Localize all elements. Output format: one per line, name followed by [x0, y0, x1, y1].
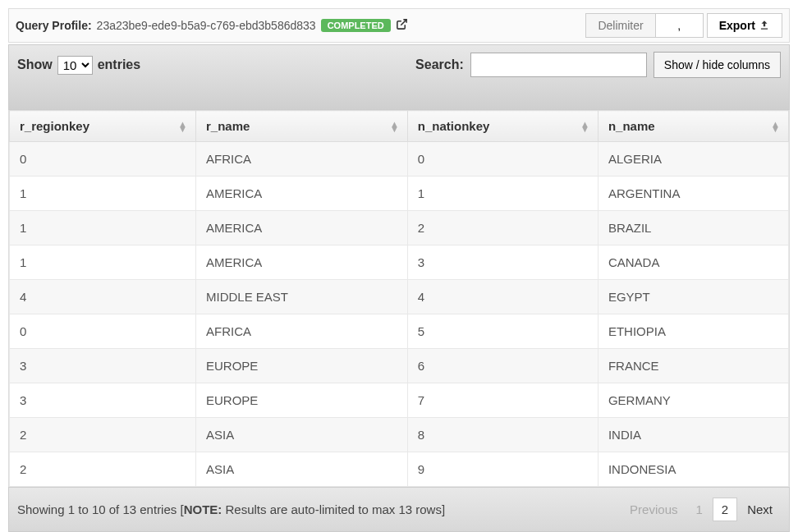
pagination: Previous 1 2 Next	[621, 498, 781, 521]
table-cell: ASIA	[195, 452, 407, 487]
results-table-wrap: r_regionkey▲▼ r_name▲▼ n_nationkey▲▼ n_n…	[8, 110, 790, 487]
table-cell: 1	[10, 177, 196, 211]
table-cell: 0	[407, 142, 598, 177]
delimiter-label: Delimiter	[585, 13, 655, 38]
table-cell: 2	[10, 418, 196, 452]
col-label: n_nationkey	[418, 119, 490, 133]
col-r-name[interactable]: r_name▲▼	[195, 111, 407, 142]
table-header-row: r_regionkey▲▼ r_name▲▼ n_nationkey▲▼ n_n…	[10, 111, 789, 142]
status-badge: COMPLETED	[321, 19, 391, 32]
table-row: 0AFRICA0ALGERIA	[10, 142, 789, 177]
table-cell: ASIA	[195, 418, 407, 452]
table-cell: EGYPT	[598, 280, 788, 314]
table-cell: ETHIOPIA	[598, 314, 788, 349]
table-row: 2ASIA8INDIA	[10, 418, 789, 452]
table-cell: 6	[407, 349, 598, 383]
header-left: Query Profile: 23a23be9-ede9-b5a9-c769-e…	[16, 18, 408, 33]
table-row: 2ASIA9INDONESIA	[10, 452, 789, 487]
table-cell: AMERICA	[195, 245, 407, 280]
search-input[interactable]	[470, 53, 647, 77]
footer-info: Showing 1 to 10 of 13 entries [NOTE: Res…	[17, 502, 445, 516]
col-label: r_regionkey	[20, 119, 89, 133]
info-prefix: Showing 1 to 10 of 13 entries [	[17, 502, 184, 516]
query-profile-id: 23a23be9-ede9-b5a9-c769-ebd3b586d833	[97, 19, 316, 32]
footer-bar: Showing 1 to 10 of 13 entries [NOTE: Res…	[8, 487, 790, 532]
table-cell: 3	[10, 383, 196, 418]
table-cell: AFRICA	[195, 142, 407, 177]
export-icon	[759, 20, 770, 31]
table-cell: CANADA	[598, 245, 788, 280]
show-hide-columns-button[interactable]: Show / hide columns	[654, 52, 781, 78]
table-cell: 2	[407, 211, 598, 245]
table-row: 1AMERICA2BRAZIL	[10, 211, 789, 245]
show-label: Show	[17, 57, 53, 72]
table-cell: AFRICA	[195, 314, 407, 349]
entries-label: entries	[98, 57, 140, 72]
controls-bar: Show 10 entries Search: Show / hide colu…	[8, 44, 790, 110]
table-cell: ARGENTINA	[598, 177, 788, 211]
search-group: Search: Show / hide columns	[415, 52, 781, 78]
external-link-icon[interactable]	[396, 18, 408, 33]
table-row: 3EUROPE6FRANCE	[10, 349, 789, 383]
table-cell: 3	[407, 245, 598, 280]
sort-icon: ▲▼	[390, 122, 399, 131]
svg-line-0	[401, 20, 406, 25]
table-cell: ALGERIA	[598, 142, 788, 177]
table-cell: 0	[10, 142, 196, 177]
previous-button[interactable]: Previous	[621, 498, 686, 521]
col-n-nationkey[interactable]: n_nationkey▲▼	[407, 111, 598, 142]
col-label: r_name	[206, 119, 250, 133]
info-note-text: Results are auto-limited to max 13 rows]	[222, 502, 445, 516]
sort-icon: ▲▼	[771, 122, 780, 131]
page-2-button[interactable]: 2	[713, 498, 737, 521]
header-right: Delimiter Export	[585, 13, 782, 38]
table-cell: FRANCE	[598, 349, 788, 383]
table-cell: 7	[407, 383, 598, 418]
table-cell: 3	[10, 349, 196, 383]
sort-icon: ▲▼	[178, 122, 187, 131]
export-button[interactable]: Export	[707, 13, 782, 38]
query-profile-label: Query Profile:	[16, 19, 92, 32]
table-cell: AMERICA	[195, 211, 407, 245]
table-cell: EUROPE	[195, 383, 407, 418]
table-row: 1AMERICA1ARGENTINA	[10, 177, 789, 211]
table-row: 3EUROPE7GERMANY	[10, 383, 789, 418]
table-body: 0AFRICA0ALGERIA1AMERICA1ARGENTINA1AMERIC…	[10, 142, 789, 487]
table-cell: 2	[10, 452, 196, 487]
results-table: r_regionkey▲▼ r_name▲▼ n_nationkey▲▼ n_n…	[9, 110, 789, 487]
table-cell: 1	[10, 211, 196, 245]
table-cell: 0	[10, 314, 196, 349]
info-note-label: NOTE:	[184, 502, 222, 516]
table-row: 1AMERICA3CANADA	[10, 245, 789, 280]
table-cell: MIDDLE EAST	[195, 280, 407, 314]
table-cell: 8	[407, 418, 598, 452]
export-label: Export	[719, 19, 755, 32]
table-cell: GERMANY	[598, 383, 788, 418]
table-cell: BRAZIL	[598, 211, 788, 245]
col-n-name[interactable]: n_name▲▼	[598, 111, 788, 142]
col-r-regionkey[interactable]: r_regionkey▲▼	[10, 111, 196, 142]
header-bar: Query Profile: 23a23be9-ede9-b5a9-c769-e…	[8, 8, 790, 43]
table-cell: AMERICA	[195, 177, 407, 211]
table-cell: 4	[407, 280, 598, 314]
next-button[interactable]: Next	[739, 498, 781, 521]
col-label: n_name	[608, 119, 655, 133]
sort-icon: ▲▼	[580, 122, 589, 131]
table-cell: 5	[407, 314, 598, 349]
table-cell: 1	[407, 177, 598, 211]
table-cell: EUROPE	[195, 349, 407, 383]
table-cell: 9	[407, 452, 598, 487]
delimiter-input[interactable]	[656, 13, 704, 38]
table-row: 4MIDDLE EAST4EGYPT	[10, 280, 789, 314]
table-cell: 4	[10, 280, 196, 314]
search-label: Search:	[415, 57, 464, 72]
table-cell: INDIA	[598, 418, 788, 452]
entries-select[interactable]: 10	[57, 56, 93, 75]
page-1-button[interactable]: 1	[687, 498, 710, 521]
table-row: 0AFRICA5ETHIOPIA	[10, 314, 789, 349]
table-cell: 1	[10, 245, 196, 280]
show-entries: Show 10 entries	[17, 56, 140, 75]
table-cell: INDONESIA	[598, 452, 788, 487]
